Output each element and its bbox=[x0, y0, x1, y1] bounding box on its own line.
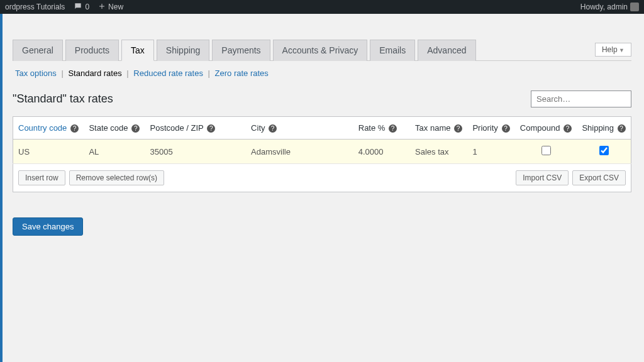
col-taxname: Tax name bbox=[415, 123, 450, 133]
search-input[interactable] bbox=[531, 90, 631, 107]
help-icon[interactable]: ? bbox=[618, 124, 626, 133]
subtab-tax-options[interactable]: Tax options bbox=[13, 69, 59, 78]
tab-emails[interactable]: Emails bbox=[370, 40, 415, 61]
adminbar-new[interactable]: New bbox=[98, 3, 123, 12]
col-city: City bbox=[251, 123, 265, 133]
help-icon[interactable]: ? bbox=[131, 124, 140, 133]
help-icon[interactable]: ? bbox=[207, 124, 215, 133]
tax-rates-table: Country code ? State code ? Postcode / Z… bbox=[13, 116, 631, 192]
settings-tabs: General Products Tax Shipping Payments A… bbox=[13, 39, 631, 61]
adminbar-comments[interactable]: 0 bbox=[74, 2, 89, 13]
adminbar-account[interactable]: Howdy, admin bbox=[580, 3, 639, 11]
tax-subtabs: Tax options | Standard rates | Reduced r… bbox=[13, 69, 631, 78]
tab-shipping[interactable]: Shipping bbox=[157, 40, 210, 61]
comment-icon bbox=[74, 2, 82, 13]
help-icon[interactable]: ? bbox=[454, 124, 462, 133]
help-icon[interactable]: ? bbox=[502, 124, 510, 133]
plus-icon bbox=[98, 3, 106, 12]
col-compound: Compound bbox=[520, 123, 560, 133]
adminbar-site-link[interactable]: ordpress Tutorials bbox=[5, 3, 65, 11]
tab-products[interactable]: Products bbox=[65, 40, 119, 61]
remove-row-button[interactable]: Remove selected row(s) bbox=[69, 170, 164, 185]
import-csv-button[interactable]: Import CSV bbox=[516, 170, 569, 185]
col-state: State code bbox=[89, 123, 128, 133]
tab-general[interactable]: General bbox=[13, 40, 63, 61]
help-icon[interactable]: ? bbox=[269, 124, 277, 133]
table-row[interactable] bbox=[13, 140, 631, 164]
subtab-zero-rates[interactable]: Zero rate rates bbox=[213, 69, 271, 78]
tab-tax[interactable]: Tax bbox=[121, 40, 154, 61]
state-input[interactable] bbox=[89, 147, 135, 156]
tab-accounts-privacy[interactable]: Accounts & Privacy bbox=[273, 40, 368, 61]
insert-row-button[interactable]: Insert row bbox=[18, 170, 65, 185]
col-postcode: Postcode / ZIP bbox=[150, 123, 204, 133]
avatar bbox=[630, 3, 639, 11]
rate-input[interactable] bbox=[358, 147, 401, 156]
export-csv-button[interactable]: Export CSV bbox=[572, 170, 626, 185]
tab-advanced[interactable]: Advanced bbox=[418, 40, 475, 61]
col-priority: Priority bbox=[472, 123, 497, 133]
help-icon[interactable]: ? bbox=[389, 124, 397, 133]
help-button[interactable]: Help bbox=[595, 43, 631, 57]
taxname-input[interactable] bbox=[415, 147, 458, 156]
page-title: "Standard" tax rates bbox=[13, 92, 113, 106]
priority-input[interactable] bbox=[472, 147, 506, 156]
col-rate: Rate % bbox=[358, 123, 386, 133]
save-button[interactable]: Save changes bbox=[13, 217, 83, 236]
col-shipping: Shipping bbox=[582, 123, 614, 133]
city-input[interactable] bbox=[251, 147, 338, 156]
country-input[interactable] bbox=[18, 147, 73, 156]
admin-bar: ordpress Tutorials 0 New Howdy, admin bbox=[0, 0, 644, 14]
tab-payments[interactable]: Payments bbox=[212, 40, 270, 61]
shipping-checkbox[interactable] bbox=[599, 146, 609, 155]
subtab-reduced-rates[interactable]: Reduced rate rates bbox=[131, 69, 206, 78]
col-country-sort[interactable]: Country code bbox=[18, 123, 67, 133]
postcode-input[interactable] bbox=[150, 147, 232, 156]
compound-checkbox[interactable] bbox=[541, 146, 551, 155]
help-icon[interactable]: ? bbox=[70, 124, 79, 133]
help-icon[interactable]: ? bbox=[564, 124, 572, 133]
subtab-standard-rates[interactable]: Standard rates bbox=[65, 69, 124, 78]
